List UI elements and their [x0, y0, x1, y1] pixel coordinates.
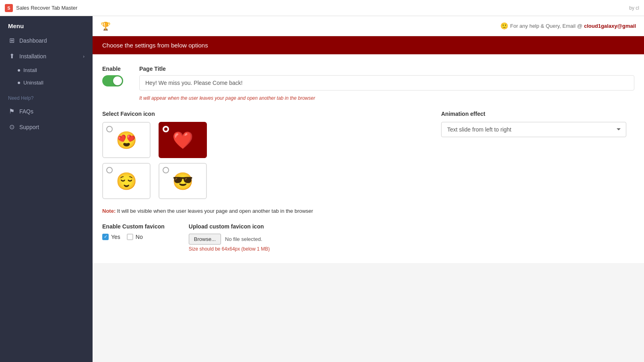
title-bar-right: by cl [629, 5, 639, 11]
enable-pagetitle-row: Enable Page Title It will appear when th… [102, 66, 634, 101]
note-text: Note: It will be visible when the user l… [102, 207, 634, 215]
sidebar-item-installation[interactable]: ⬆ Installation › [0, 48, 93, 64]
app-logo: S [5, 4, 13, 12]
yes-label: Yes [111, 234, 120, 240]
dashboard-icon: ⊞ [8, 37, 15, 44]
enable-group: Enable [102, 66, 123, 86]
no-checkbox[interactable] [127, 234, 133, 240]
sidebar-item-label: Installation [19, 53, 46, 60]
support-icon: ⊙ [8, 123, 15, 131]
trophy-icon: 🏆 [101, 21, 111, 31]
page-title-hint: It will appear when the user leaves your… [139, 95, 634, 101]
favicon-radio-relieved [106, 167, 113, 173]
sidebar-sub-label: Install [23, 67, 37, 73]
upload-hint: Size should be 64x64px (below 1 MB) [189, 246, 270, 252]
sidebar-item-label: Support [19, 124, 39, 130]
sidebar-item-label: Dashboard [19, 37, 47, 44]
upload-label: Upload custom favicon icon [189, 223, 270, 230]
sidebar-item-support[interactable]: ⊙ Support [0, 119, 93, 135]
settings-panel: Choose the settings from below options E… [93, 36, 644, 362]
no-checkbox-item[interactable]: No [127, 234, 143, 240]
yes-checkbox[interactable]: ✓ [102, 234, 109, 240]
custom-favicon-checkbox-row: ✓ Yes No [102, 234, 165, 240]
at-symbol: @ [577, 23, 582, 29]
app-layout: Menu ⊞ Dashboard ⬆ Installation › Instal… [0, 16, 644, 362]
main-content: 🏆 🙂 For any help & Query, Email @ cloud1… [93, 16, 644, 362]
contact-email: cloud1galaxy@gmail [584, 23, 636, 29]
enable-custom-favicon-label: Enable Custom favicon [102, 223, 165, 230]
sidebar-menu-label: Menu [0, 16, 93, 33]
page-title-group: Page Title It will appear when the user … [139, 66, 634, 101]
sidebar-item-uninstall[interactable]: Uninstall [0, 76, 93, 89]
no-file-text: No file selected. [225, 236, 262, 242]
sidebar-item-dashboard[interactable]: ⊞ Dashboard [0, 33, 93, 48]
heart-eyes-emoji: 😍 [116, 130, 137, 150]
app-name: Sales Recover Tab Master [16, 5, 77, 11]
favicon-radio-heart-red [163, 126, 169, 132]
help-text: For any help & Query, Email [510, 23, 575, 29]
custom-favicon-row: Enable Custom favicon ✓ Yes No [102, 223, 634, 252]
smiley-icon: 🙂 [500, 22, 508, 30]
top-bar: 🏆 🙂 For any help & Query, Email @ cloud1… [93, 16, 644, 36]
sidebar-item-label: FAQs [19, 108, 33, 115]
favicon-col: Select Favicon icon 😍 ❤️ [102, 111, 441, 199]
select-favicon-label: Select Favicon icon [102, 111, 441, 117]
favicon-row-2: 😌 😎 [102, 163, 441, 199]
yes-checkbox-item[interactable]: ✓ Yes [102, 234, 120, 240]
settings-header-title: Choose the settings from below options [102, 42, 208, 49]
favicon-radio-heart-eyes [106, 126, 113, 132]
sidebar-sub-label: Uninstall [23, 80, 43, 86]
enable-label: Enable [102, 66, 123, 72]
sidebar: Menu ⊞ Dashboard ⬆ Installation › Instal… [0, 16, 93, 362]
animation-select[interactable]: Text slide from left to right Text slide… [441, 122, 626, 137]
sidebar-item-install[interactable]: Install [0, 64, 93, 76]
favicon-option-heart-eyes[interactable]: 😍 [102, 122, 151, 158]
favicon-option-heart-red[interactable]: ❤️ [159, 122, 207, 158]
favicon-option-sunglasses[interactable]: 😎 [159, 163, 207, 199]
chevron-right-icon: › [83, 54, 85, 59]
upload-row: Browse... No file selected. [189, 234, 270, 245]
dot-icon [18, 82, 20, 84]
browse-button[interactable]: Browse... [189, 234, 221, 245]
checkmark-icon: ✓ [104, 234, 107, 239]
sidebar-item-faqs[interactable]: ⚑ FAQs [0, 103, 93, 119]
title-bar: S Sales Recover Tab Master by cl [0, 0, 644, 16]
top-bar-right: 🙂 For any help & Query, Email @ cloud1ga… [500, 22, 636, 30]
heart-red-emoji: ❤️ [172, 130, 193, 150]
page-title-label: Page Title [139, 66, 634, 72]
favicon-row-1: 😍 ❤️ [102, 122, 441, 158]
note-body: It will be visible when the user leaves … [117, 208, 313, 214]
page-title-input[interactable] [139, 75, 634, 90]
favicon-option-relieved[interactable]: 😌 [102, 163, 151, 199]
need-help-label: Need Help? [0, 89, 93, 103]
no-label: No [136, 234, 143, 240]
upload-col: Upload custom favicon icon Browse... No … [189, 223, 270, 252]
settings-header: Choose the settings from below options [93, 36, 644, 54]
note-label: Note: [102, 208, 116, 214]
enable-toggle[interactable] [102, 75, 123, 86]
installation-icon: ⬆ [8, 52, 15, 60]
sunglasses-emoji: 😎 [172, 171, 193, 191]
custom-favicon-col: Enable Custom favicon ✓ Yes No [102, 223, 165, 240]
relieved-emoji: 😌 [116, 171, 137, 191]
animation-label: Animation effect [441, 111, 634, 117]
dot-icon [18, 69, 20, 72]
favicon-radio-sunglasses [163, 167, 169, 173]
flag-icon: ⚑ [8, 107, 15, 115]
favicon-animation-row: Select Favicon icon 😍 ❤️ [102, 111, 634, 199]
top-bar-left: 🏆 [101, 21, 111, 31]
settings-body: Enable Page Title It will appear when th… [93, 54, 644, 263]
animation-col: Animation effect Text slide from left to… [441, 111, 634, 137]
